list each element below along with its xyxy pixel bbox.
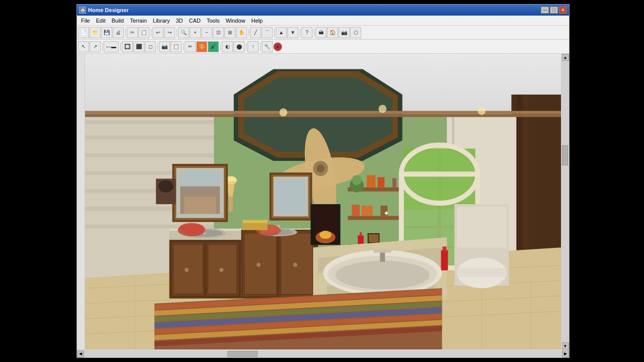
app-icon: 🏠 — [79, 7, 86, 14]
minimize-button[interactable]: ─ — [541, 7, 549, 14]
tb-zoom-out[interactable]: − — [201, 27, 212, 38]
restore-button[interactable]: □ — [550, 7, 558, 14]
tb-cut[interactable]: ✂ — [127, 27, 138, 38]
tb-print[interactable]: 🖨 — [113, 27, 124, 38]
svg-rect-55 — [276, 180, 305, 214]
title-left: 🏠 Home Designer — [79, 7, 129, 14]
svg-rect-103 — [369, 234, 379, 242]
menu-terrain[interactable]: Terrain — [127, 17, 150, 25]
tb-pan[interactable]: ✋ — [236, 27, 247, 38]
sep11 — [182, 41, 184, 52]
tb2-up[interactable]: ↑ — [248, 41, 259, 52]
sep12 — [219, 41, 221, 52]
tb2-wall[interactable]: —▬ — [104, 41, 119, 52]
sep4 — [248, 27, 250, 38]
toolbar-main: 📄 📁 💾 🖨 ✂ 📋 ↩ ↪ 🔍 + − ⊡ ⊞ ✋ ╱ ⌒ ▲ ▼ ? 🏔 … — [77, 26, 569, 40]
tb-house[interactable]: 🏠 — [327, 27, 338, 38]
tb2-color1[interactable]: 🎨 — [196, 41, 207, 52]
tb-new[interactable]: 📄 — [78, 27, 89, 38]
tb-camera[interactable]: 📷 — [339, 27, 350, 38]
tb-open[interactable]: 📁 — [90, 27, 101, 38]
sep5 — [273, 27, 275, 38]
tb2-sel2[interactable]: ◻ — [145, 41, 156, 52]
tb2-color2[interactable]: 🖌 — [208, 41, 219, 52]
tb-undo[interactable]: ↩ — [152, 27, 164, 38]
svg-rect-95 — [392, 178, 396, 187]
scroll-right-arrow[interactable]: ▶ — [562, 350, 569, 357]
svg-text:✦: ✦ — [383, 209, 389, 217]
tb-copy[interactable]: 📋 — [138, 27, 149, 38]
tb2-photo[interactable]: 📷 — [159, 41, 170, 52]
sep8 — [101, 41, 103, 52]
svg-rect-38 — [85, 114, 561, 117]
tb-zoom-sel[interactable]: ⊞ — [224, 27, 235, 38]
close-button[interactable]: ✕ — [559, 7, 567, 14]
svg-rect-134 — [457, 207, 507, 247]
svg-point-141 — [477, 107, 486, 115]
tb2-circle[interactable]: ◐ — [222, 41, 233, 52]
menu-cad[interactable]: CAD — [186, 17, 203, 25]
tb2-room[interactable]: 🔲 — [122, 41, 133, 52]
svg-rect-83 — [243, 220, 267, 223]
menu-edit[interactable]: Edit — [93, 17, 109, 25]
canvas-area[interactable]: ✦ — [85, 54, 561, 349]
tb-zoom-full[interactable]: ⊡ — [213, 27, 224, 38]
tb-line[interactable]: ╱ — [250, 27, 261, 38]
sep13 — [245, 41, 247, 52]
svg-point-64 — [219, 268, 223, 272]
sep7 — [313, 27, 315, 38]
menu-window[interactable]: Window — [222, 17, 248, 25]
content-area: ✦ — [77, 54, 569, 349]
scroll-thumb[interactable] — [562, 145, 568, 165]
svg-rect-97 — [362, 206, 373, 216]
tb2-select[interactable]: ↖ — [78, 41, 89, 52]
toolbar-secondary: ↖ ↗ —▬ 🔲 ⬛ ◻ 📷 📋 ✏ 🎨 🖌 ◐ ⬤ ↑ 🔧 ● — [77, 40, 569, 54]
svg-point-87 — [319, 231, 332, 239]
menu-tools[interactable]: Tools — [204, 17, 223, 25]
h-scroll-track[interactable] — [84, 350, 562, 357]
svg-rect-82 — [243, 222, 267, 230]
tb-terrain[interactable]: 🏔 — [315, 27, 327, 38]
svg-rect-4 — [85, 135, 214, 139]
tb-save[interactable]: 💾 — [101, 27, 112, 38]
menu-library[interactable]: Library — [150, 17, 173, 25]
svg-point-120 — [336, 261, 430, 290]
tb-redo[interactable]: ↪ — [164, 27, 175, 38]
tb-zoom-in[interactable]: + — [190, 27, 201, 38]
scroll-track[interactable] — [561, 61, 569, 342]
menu-3d[interactable]: 3D — [173, 17, 186, 25]
tb-help[interactable]: ? — [301, 27, 312, 38]
app-window: 🏠 Home Designer ─ □ ✕ File Edit Build Te… — [76, 4, 570, 358]
svg-point-63 — [185, 268, 189, 272]
menu-help[interactable]: Help — [249, 17, 266, 25]
sep2 — [150, 27, 152, 38]
left-ruler — [77, 54, 85, 349]
tb2-pencil[interactable]: ✏ — [185, 41, 196, 52]
tb2-clipboard[interactable]: 📋 — [171, 41, 182, 52]
tb2-settings[interactable]: 🔧 — [262, 41, 273, 52]
app-title: Home Designer — [88, 7, 129, 13]
tb-move-dn[interactable]: ▼ — [287, 27, 298, 38]
menu-build[interactable]: Build — [109, 17, 127, 25]
tb-arc[interactable]: ⌒ — [262, 27, 273, 38]
scroll-up-arrow[interactable]: ▲ — [562, 54, 569, 61]
tb-zoom-fit[interactable]: 🔍 — [178, 27, 189, 38]
scroll-left-arrow[interactable]: ◀ — [77, 350, 84, 357]
sep9 — [119, 41, 121, 52]
tb2-rotate[interactable]: ↗ — [90, 41, 101, 52]
sep10 — [156, 41, 158, 52]
sep1 — [124, 27, 126, 38]
tb2-red[interactable]: ● — [273, 42, 282, 51]
bottom-bar: ◀ ▶ — [77, 349, 569, 357]
tb-move-up[interactable]: ▲ — [276, 27, 287, 38]
svg-point-92 — [352, 175, 362, 185]
svg-rect-39 — [85, 111, 561, 114]
tb2-box[interactable]: ⬛ — [133, 41, 144, 52]
scroll-down-arrow[interactable]: ▼ — [562, 342, 569, 349]
menu-file[interactable]: File — [78, 17, 93, 25]
h-scroll-thumb[interactable] — [227, 351, 258, 357]
svg-point-70 — [257, 263, 261, 267]
tb-extra1[interactable]: ⬡ — [350, 27, 361, 38]
svg-point-139 — [279, 108, 287, 116]
tb2-dot[interactable]: ⬤ — [233, 41, 245, 52]
